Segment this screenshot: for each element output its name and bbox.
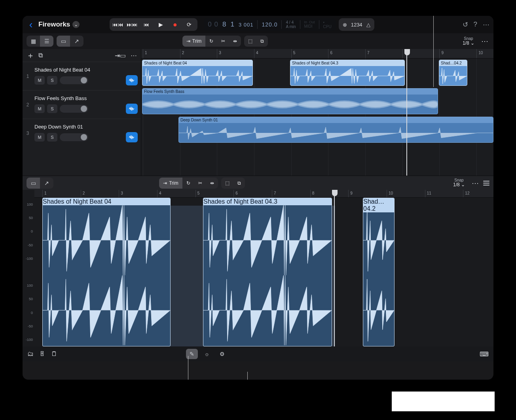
go-to-start-button[interactable]: ⏮ xyxy=(140,19,153,30)
import-button[interactable]: ⇥▭ xyxy=(115,52,126,59)
editor-copy-tool-button[interactable]: ⧉ xyxy=(233,178,245,189)
editor-audio-region[interactable]: Shades of Night Beat 04.3 xyxy=(203,198,332,346)
timeline-ruler[interactable]: 12345678910 xyxy=(141,49,493,59)
view-mode-segment: ▦ ☰ xyxy=(27,36,53,47)
duplicate-track-button[interactable]: ⧉ xyxy=(38,52,43,59)
playhead[interactable] xyxy=(406,49,407,176)
cycle-button[interactable]: ⟳ xyxy=(182,19,196,30)
lcd-in: In xyxy=(304,20,307,24)
editor-ruler[interactable]: 123456789101112 xyxy=(34,190,493,198)
playhead-handle-icon[interactable] xyxy=(404,49,410,55)
editor-audio-region[interactable]: Shades of Night Beat 04 xyxy=(42,198,171,346)
solo-button[interactable]: S xyxy=(47,76,57,85)
toolbar-more-icon[interactable]: ⋯ xyxy=(480,37,489,45)
project-menu-chevron-icon[interactable]: ⌄ xyxy=(72,21,80,28)
edit-tools-group: ⇥ Trim ↻ ✂ ⇹ xyxy=(182,36,241,47)
track-options-icon[interactable]: ⋯ xyxy=(131,52,137,59)
copy-tool-button[interactable]: ⧉ xyxy=(256,36,268,47)
editor-playhead[interactable] xyxy=(334,190,335,346)
db-scale-label: -50 xyxy=(28,324,33,328)
audio-region[interactable]: Shad…04.2 xyxy=(439,60,467,86)
track-number: 2 xyxy=(24,102,31,108)
volume-slider[interactable] xyxy=(60,105,88,113)
list-view-button[interactable]: ☰ xyxy=(40,36,53,47)
callout-box xyxy=(392,392,495,411)
mute-button[interactable]: M xyxy=(34,76,45,85)
audio-region[interactable]: Deep Down Synth 01 xyxy=(178,117,493,143)
lcd-display[interactable]: 0 0 8 1 3 001 120.0 4 / 4 A min In Out M… xyxy=(204,18,335,31)
add-track-button[interactable]: ＋ xyxy=(27,50,34,61)
join-tool-button[interactable]: ⇹ xyxy=(229,36,241,47)
project-title[interactable]: Fireworks ⌄ xyxy=(38,21,80,28)
trim-tool-button[interactable]: ⇥ Trim xyxy=(182,36,206,47)
volume-slider[interactable] xyxy=(60,76,88,84)
callout-line xyxy=(188,356,188,380)
editor-automation-view-button[interactable]: ↗ xyxy=(40,178,53,189)
help-icon[interactable]: ? xyxy=(474,21,477,28)
track-header[interactable]: 3 Deep Down Synth 01 M S xyxy=(23,119,141,147)
settings-sliders-button[interactable]: ⚙ xyxy=(216,349,228,359)
solo-button[interactable]: S xyxy=(47,133,57,142)
count-in-button[interactable]: 1234 xyxy=(351,22,362,28)
solo-button[interactable]: S xyxy=(47,104,57,113)
notes-icon[interactable]: 🗒 xyxy=(51,350,57,358)
chevron-down-icon: ⌄ xyxy=(461,182,465,187)
region-view-button[interactable]: ▭ xyxy=(57,36,70,47)
lcd-bar-pad: 0 0 xyxy=(208,21,218,28)
lcd-sub: 3 001 xyxy=(239,22,254,28)
replace-icon[interactable]: ⊗ xyxy=(343,22,347,28)
editor-audio-region[interactable]: Shad…04.2 xyxy=(363,198,395,346)
mute-button[interactable]: M xyxy=(34,133,45,142)
ruler-tick: 5 xyxy=(291,49,296,58)
track-header[interactable]: 2 Flow Feels Synth Bass M S xyxy=(23,90,141,119)
grid-view-button[interactable]: ▦ xyxy=(27,36,40,47)
lcd-out: Out xyxy=(309,20,315,24)
track-number: 1 xyxy=(24,74,31,79)
library-icon[interactable]: 🗂 xyxy=(27,350,34,358)
editor-drag-handle-icon[interactable] xyxy=(483,181,489,185)
mixer-icon[interactable]: 🎚 xyxy=(39,350,46,358)
region-label: Flow Feels Synth Bass xyxy=(142,89,438,95)
metronome-icon[interactable]: △ xyxy=(366,22,370,28)
audio-region[interactable]: Shades of Night Beat 04 xyxy=(142,60,253,86)
trim-label: Trim xyxy=(192,38,202,44)
play-button[interactable]: ▶ xyxy=(154,19,167,30)
editor-trim-tool-button[interactable]: ⇥ Trim xyxy=(159,178,182,189)
db-scale-label: 100 xyxy=(27,202,33,206)
editor-more-icon[interactable]: ⋯ xyxy=(470,179,480,187)
editor-marquee-tool-button[interactable]: ⬚ xyxy=(221,178,233,189)
editor-split-tool-button[interactable]: ✂ xyxy=(194,178,206,189)
track-type-audio-icon[interactable] xyxy=(126,104,138,114)
playhead-handle-icon[interactable] xyxy=(332,190,338,196)
audio-region[interactable]: Flow Feels Synth Bass xyxy=(142,88,438,114)
ruler-tick: 2 xyxy=(81,190,85,197)
track-type-audio-icon[interactable] xyxy=(126,75,138,85)
record-button[interactable]: ● xyxy=(168,19,182,30)
automation-view-button[interactable]: ↗ xyxy=(70,36,83,47)
snap-value: 1/8 xyxy=(463,40,469,46)
ruler-tick: 4 xyxy=(157,190,161,197)
snap-control[interactable]: Snap 1/8 ⌄ xyxy=(463,36,477,46)
marquee-tool-button[interactable]: ⬚ xyxy=(244,36,256,47)
track-header[interactable]: 1 Shades of Night Beat 04 M S xyxy=(23,62,141,90)
editor-snap-value: 1/8 xyxy=(453,182,460,187)
editor-region-view-button[interactable]: ▭ xyxy=(27,178,40,189)
more-menu-icon[interactable]: ⋯ xyxy=(483,21,489,29)
editor-join-tool-button[interactable]: ⇹ xyxy=(206,178,218,189)
split-tool-button[interactable]: ✂ xyxy=(217,36,229,47)
back-button[interactable]: ‹ xyxy=(27,19,35,31)
volume-slider[interactable] xyxy=(60,133,88,141)
db-scale-label: -100 xyxy=(26,257,33,261)
audio-region[interactable]: Shades of Night Beat 04.3 xyxy=(290,60,405,86)
rewind-button[interactable]: ⏮⏮ xyxy=(111,19,125,30)
loop-tool-button[interactable]: ↻ xyxy=(205,36,217,47)
db-scale-label: 100 xyxy=(27,284,33,288)
mute-button[interactable]: M xyxy=(34,104,45,113)
editor-snap-control[interactable]: Snap 1/8 ⌄ xyxy=(453,178,467,187)
undo-history-icon[interactable]: ↺ xyxy=(463,21,468,29)
smart-tempo-button[interactable]: ☼ xyxy=(201,349,213,359)
editor-loop-tool-button[interactable]: ↻ xyxy=(182,178,194,189)
fast-forward-button[interactable]: ⏭⏭ xyxy=(125,19,139,30)
keyboard-icon[interactable]: ⌨ xyxy=(480,350,489,358)
track-type-audio-icon[interactable] xyxy=(126,132,138,142)
